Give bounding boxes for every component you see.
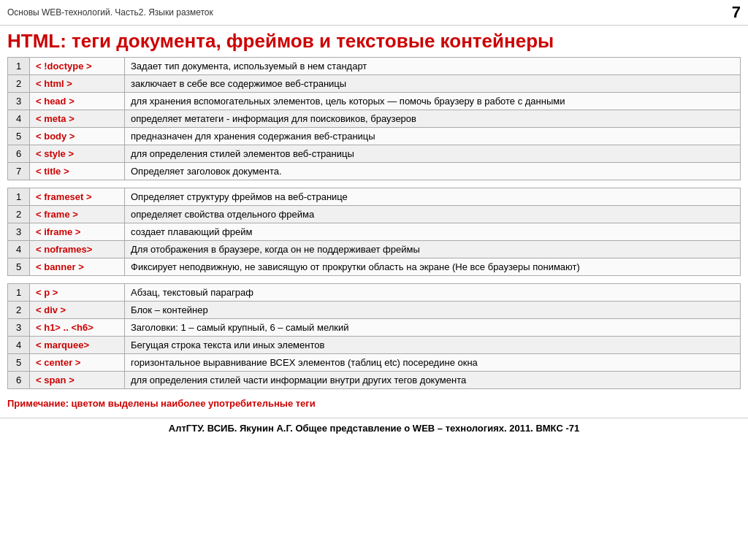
row-description: определяет метатеги - информация для пои… — [125, 110, 741, 128]
row-description: предназначен для хранения содержания веб… — [125, 128, 741, 145]
table-row: 3< iframe >создает плавающий фрейм — [8, 223, 741, 241]
row-tag: < p > — [30, 284, 125, 302]
row-tag: < span > — [30, 372, 125, 389]
row-description: Задает тип документа, используемый в нем… — [125, 58, 741, 75]
row-number: 4 — [8, 241, 30, 258]
table-row: 4< marquee>Бегущая строка текста или ины… — [8, 337, 741, 354]
table-row: 5< center >горизонтальное выравнивание В… — [8, 354, 741, 372]
table-row: 3< h1> .. <h6>Заголовки: 1 – самый крупн… — [8, 319, 741, 337]
row-number: 1 — [8, 284, 30, 302]
table-row: 2< html >заключает в себе все содержимое… — [8, 75, 741, 93]
table-row: 2< div >Блок – контейнер — [8, 302, 741, 319]
row-description: Абзац, текстовый параграф — [125, 284, 741, 302]
row-description: горизонтальное выравнивание ВСЕХ элемент… — [125, 354, 741, 372]
row-number: 3 — [8, 93, 30, 110]
table-row: 6< style >для определения стилей элемент… — [8, 145, 741, 163]
table-row: 1< !doctype >Задает тип документа, испол… — [8, 58, 741, 75]
row-number: 4 — [8, 337, 30, 354]
row-tag: < frame > — [30, 206, 125, 223]
table-row: 1< frameset >Определяет структуру фреймо… — [8, 188, 741, 206]
row-number: 6 — [8, 145, 30, 163]
table-frame-tags: 1< frameset >Определяет структуру фреймо… — [7, 188, 741, 276]
header-bar: Основы WEB-технологий. Часть2. Языки раз… — [0, 0, 748, 26]
row-tag: < meta > — [30, 110, 125, 128]
table-text-tags: 1< p >Абзац, текстовый параграф2< div >Б… — [7, 283, 741, 389]
note: Примечание: цветом выделены наиболее упо… — [7, 396, 741, 412]
page-number: 7 — [732, 3, 741, 22]
row-description: Определяет заголовок документа. — [125, 163, 741, 180]
main-title-text: HTML: теги документа, фреймов и текстовы… — [7, 30, 554, 52]
row-description: для определения стилей элементов веб-стр… — [125, 145, 741, 163]
row-description: создает плавающий фрейм — [125, 223, 741, 241]
table-row: 6< span >для определения стилей части ин… — [8, 372, 741, 389]
row-tag: < h1> .. <h6> — [30, 319, 125, 337]
row-description: Заголовки: 1 – самый крупный, 6 – самый … — [125, 319, 741, 337]
row-tag: < iframe > — [30, 223, 125, 241]
row-tag: < center > — [30, 354, 125, 372]
row-number: 5 — [8, 128, 30, 145]
row-tag: < style > — [30, 145, 125, 163]
table-row: 2< frame >определяет свойства отдельного… — [8, 206, 741, 223]
footer: АлтГТУ. ВСИБ. Якунин А.Г. Общее представ… — [0, 418, 748, 437]
row-description: определяет свойства отдельного фрейма — [125, 206, 741, 223]
row-number: 4 — [8, 110, 30, 128]
row-tag: < html > — [30, 75, 125, 93]
row-number: 2 — [8, 75, 30, 93]
row-tag: < marquee> — [30, 337, 125, 354]
row-tag: < title > — [30, 163, 125, 180]
row-description: Блок – контейнер — [125, 302, 741, 319]
row-number: 6 — [8, 372, 30, 389]
row-tag: < noframes> — [30, 241, 125, 258]
table-row: 1< p >Абзац, текстовый параграф — [8, 284, 741, 302]
row-description: Для отображения в браузере, когда он не … — [125, 241, 741, 258]
row-tag: < banner > — [30, 258, 125, 276]
row-tag: < frameset > — [30, 188, 125, 206]
row-tag: < !doctype > — [30, 58, 125, 75]
table-row: 5< banner >Фиксирует неподвижную, не зав… — [8, 258, 741, 276]
table-document-tags: 1< !doctype >Задает тип документа, испол… — [7, 57, 741, 180]
row-description: Бегущая строка текста или иных элементов — [125, 337, 741, 354]
main-title: HTML: теги документа, фреймов и текстовы… — [0, 26, 748, 57]
row-description: Определяет структуру фреймов на веб-стра… — [125, 188, 741, 206]
subtitle: Основы WEB-технологий. Часть2. Языки раз… — [7, 7, 213, 18]
row-number: 5 — [8, 354, 30, 372]
table-row: 5< body >предназначен для хранения содер… — [8, 128, 741, 145]
table-row: 4< meta >определяет метатеги - информаци… — [8, 110, 741, 128]
row-number: 5 — [8, 258, 30, 276]
row-number: 3 — [8, 223, 30, 241]
row-number: 7 — [8, 163, 30, 180]
row-number: 2 — [8, 302, 30, 319]
row-number: 3 — [8, 319, 30, 337]
row-number: 2 — [8, 206, 30, 223]
table-row: 7< title >Определяет заголовок документа… — [8, 163, 741, 180]
row-tag: < div > — [30, 302, 125, 319]
row-tag: < head > — [30, 93, 125, 110]
row-description: для определения стилей части информации … — [125, 372, 741, 389]
row-number: 1 — [8, 58, 30, 75]
row-description: Фиксирует неподвижную, не зависящую от п… — [125, 258, 741, 276]
table-row: 3< head >для хранения вспомогательных эл… — [8, 93, 741, 110]
row-description: заключает в себе все содержимое веб-стра… — [125, 75, 741, 93]
table-row: 4< noframes>Для отображения в браузере, … — [8, 241, 741, 258]
row-description: для хранения вспомогательных элементов, … — [125, 93, 741, 110]
row-number: 1 — [8, 188, 30, 206]
row-tag: < body > — [30, 128, 125, 145]
content-area: 1< !doctype >Задает тип документа, испол… — [0, 57, 748, 415]
